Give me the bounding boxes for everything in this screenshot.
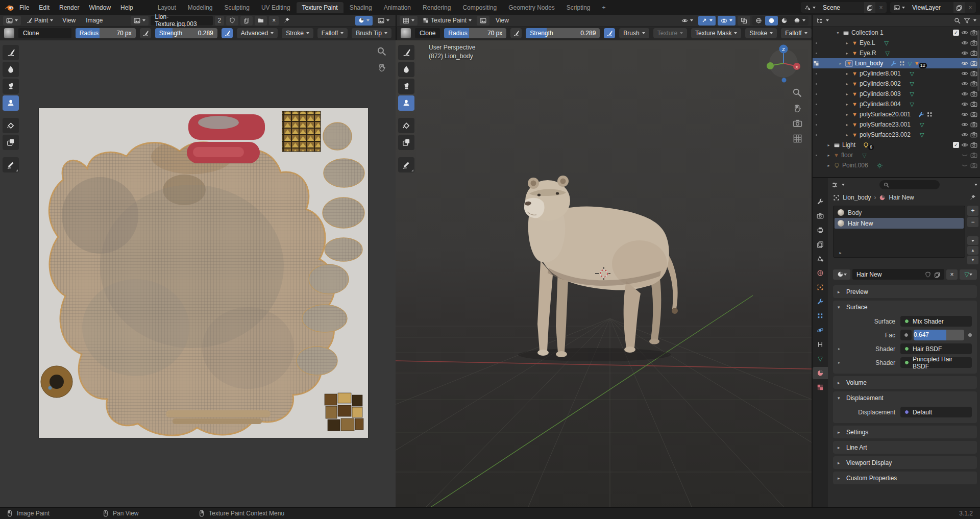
workspace-tab-modeling[interactable]: Modeling — [182, 2, 218, 13]
shield-icon[interactable] — [925, 271, 931, 278]
navigation-gizmo[interactable]: Z X — [763, 41, 814, 92]
menu-window[interactable]: Window — [84, 3, 115, 13]
camera-visibility-icon[interactable] — [970, 39, 977, 46]
radius-pressure-button[interactable] — [510, 28, 522, 38]
menu-edit[interactable]: Edit — [34, 3, 54, 13]
pin-button[interactable] — [970, 194, 976, 201]
eye-icon[interactable] — [961, 60, 968, 67]
stroke-dropdown[interactable]: Stroke — [282, 28, 313, 38]
options-chevron-icon[interactable] — [974, 184, 977, 186]
workspace-tab-scripting[interactable]: Scripting — [561, 2, 596, 13]
new-image-button[interactable] — [240, 16, 253, 26]
outliner-row-lion-body[interactable]: ▸ ▼ Lion_body ▽ ▼ 12 — [813, 58, 980, 68]
disclosure-icon[interactable]: ▸ — [844, 71, 850, 76]
disclosure-icon[interactable]: ▸ — [838, 251, 843, 255]
viewlayer-browse-button[interactable] — [890, 2, 909, 13]
outliner-row-pcylinder8-004[interactable]: ▸ ▼ pCylinder8.004 ▽ — [813, 99, 980, 109]
disclosure-icon[interactable]: ▸ — [838, 61, 843, 66]
camera-visibility-icon[interactable] — [970, 29, 977, 36]
camera-visibility-icon[interactable] — [970, 90, 977, 97]
material-name-field[interactable]: Hair New — [852, 269, 944, 280]
move-slot-up-button[interactable]: ▲ — [967, 246, 978, 255]
strength-slider[interactable]: Strength0.289 — [526, 28, 600, 38]
add-workspace-button[interactable]: + — [597, 2, 611, 13]
blender-logo-icon[interactable] — [4, 4, 14, 11]
menu-render[interactable]: Render — [55, 3, 84, 13]
link-target-button[interactable]: ▽ — [960, 269, 977, 280]
eye-icon[interactable] — [961, 121, 968, 128]
scene-browse-button[interactable] — [801, 2, 819, 13]
slot-specials-button[interactable] — [967, 236, 978, 245]
tab-constraints[interactable] — [813, 338, 828, 351]
display-channels-button[interactable] — [355, 16, 373, 26]
collection-checkbox[interactable]: ✓ — [953, 142, 959, 148]
surface-shader-button[interactable]: Mix Shader — [900, 316, 972, 327]
workspace-tab-layout[interactable]: Layout — [152, 2, 182, 13]
viewlayer-new-button[interactable] — [953, 2, 965, 13]
pin-button[interactable] — [281, 16, 293, 26]
viewport-camera-button[interactable] — [793, 118, 802, 128]
brush-thumbnail[interactable] — [401, 28, 411, 38]
expand-icon[interactable]: ▸ — [838, 347, 846, 351]
outliner-row-pcylinder8-001[interactable]: ▸ ▼ pCylinder8.001 ▽ — [813, 68, 980, 79]
tool-fill[interactable] — [3, 118, 19, 133]
image-name-field[interactable]: Lion-Texture.jpg.003 — [151, 16, 213, 26]
open-image-button[interactable] — [255, 16, 267, 26]
outliner-row-floor[interactable]: ▸ ▼ floor ▽ — [813, 150, 980, 160]
camera-visibility-icon[interactable] — [970, 162, 977, 169]
outliner-row-light-collection[interactable]: ▸ Light 6 ✓ — [813, 140, 980, 150]
expand-icon[interactable]: ▸ — [838, 360, 846, 365]
properties-editor-icon[interactable] — [831, 182, 838, 188]
lion-model[interactable] — [524, 176, 678, 357]
workspace-tab-compositing[interactable]: Compositing — [457, 2, 502, 13]
scene-name[interactable]: Scene — [819, 2, 864, 13]
tool-smear[interactable] — [398, 79, 414, 94]
tab-modifiers[interactable] — [813, 295, 828, 308]
tab-render[interactable] — [813, 210, 828, 222]
tab-tool[interactable] — [813, 195, 828, 208]
eye-icon[interactable] — [961, 131, 968, 138]
unlink-image-button[interactable]: × — [269, 16, 279, 26]
visibility-dropdown[interactable] — [678, 16, 696, 26]
camera-visibility-icon[interactable] — [970, 121, 977, 128]
remove-slot-button[interactable]: − — [967, 217, 978, 227]
eye-icon[interactable] — [961, 141, 968, 149]
outliner-row-pcylinder8-002[interactable]: ▸ ▼ pCylinder8.002 ▽ — [813, 79, 980, 89]
viewlayer-remove-button[interactable]: × — [965, 2, 976, 13]
radius-slider[interactable]: Radius70 px — [444, 28, 506, 38]
eye-icon[interactable] — [961, 101, 968, 108]
outliner-row-eye-l[interactable]: ▸ ▼ Eye.L ▽ — [813, 38, 980, 48]
mode-dropdown[interactable]: Texture Paint — [420, 16, 475, 26]
falloff-dropdown[interactable]: Falloff — [781, 28, 811, 38]
move-slot-down-button[interactable]: ▼ — [967, 256, 978, 264]
shading-material-button[interactable] — [778, 16, 791, 26]
properties-search-input[interactable] — [879, 180, 940, 189]
breadcrumb-object[interactable]: Lion_body — [843, 194, 871, 201]
copy-icon[interactable] — [934, 271, 940, 278]
viewport-zoom-button[interactable] — [792, 88, 802, 97]
breadcrumb-material[interactable]: Hair New — [889, 194, 914, 201]
texture-mask-dropdown[interactable]: Texture Mask — [691, 28, 741, 38]
image-settings-button[interactable] — [375, 16, 393, 26]
animate-dot-icon[interactable] — [968, 333, 972, 337]
outliner-editor-icon[interactable] — [816, 17, 823, 24]
shader2-button[interactable]: Principled Hair BSDF — [900, 357, 972, 368]
editor-type-button[interactable] — [400, 16, 418, 26]
image-zoom-button[interactable] — [377, 46, 386, 56]
radius-pressure-button[interactable] — [140, 28, 151, 38]
disclosure-icon[interactable]: ▸ — [826, 143, 831, 147]
image-pan-button[interactable] — [377, 62, 387, 72]
camera-visibility-icon[interactable] — [970, 70, 977, 77]
tab-particles[interactable] — [813, 310, 828, 322]
brush-dropdown[interactable]: Brush — [619, 28, 649, 38]
fac-slider[interactable]: 0.647 — [914, 330, 964, 340]
tool-mask[interactable] — [398, 135, 414, 150]
slot-body[interactable]: Body — [835, 207, 964, 218]
overlays-toggle[interactable] — [718, 16, 736, 26]
camera-visibility-icon[interactable] — [970, 50, 977, 57]
disclosure-icon[interactable]: ▾ — [835, 31, 841, 35]
camera-visibility-icon[interactable] — [970, 152, 977, 159]
strength-slider[interactable]: Strength0.289 — [155, 28, 217, 38]
disclosure-icon[interactable]: ▸ — [844, 133, 850, 137]
outliner-row-point-006[interactable]: ▸ Point.006 — [813, 160, 980, 170]
